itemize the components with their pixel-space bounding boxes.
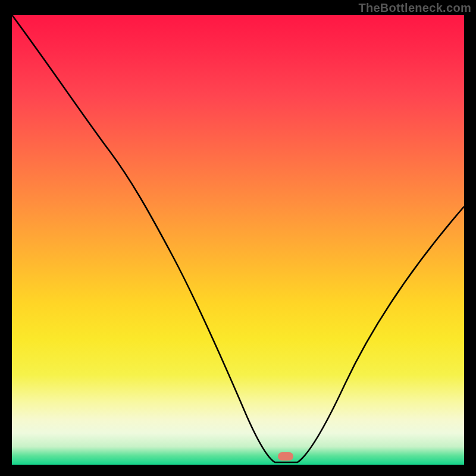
plot-area [12, 15, 464, 465]
optimal-marker [278, 452, 293, 461]
curve-svg [12, 15, 464, 465]
bottleneck-curve [12, 15, 464, 462]
watermark-text: TheBottleneck.com [358, 1, 471, 15]
chart-frame: TheBottleneck.com [0, 0, 476, 476]
